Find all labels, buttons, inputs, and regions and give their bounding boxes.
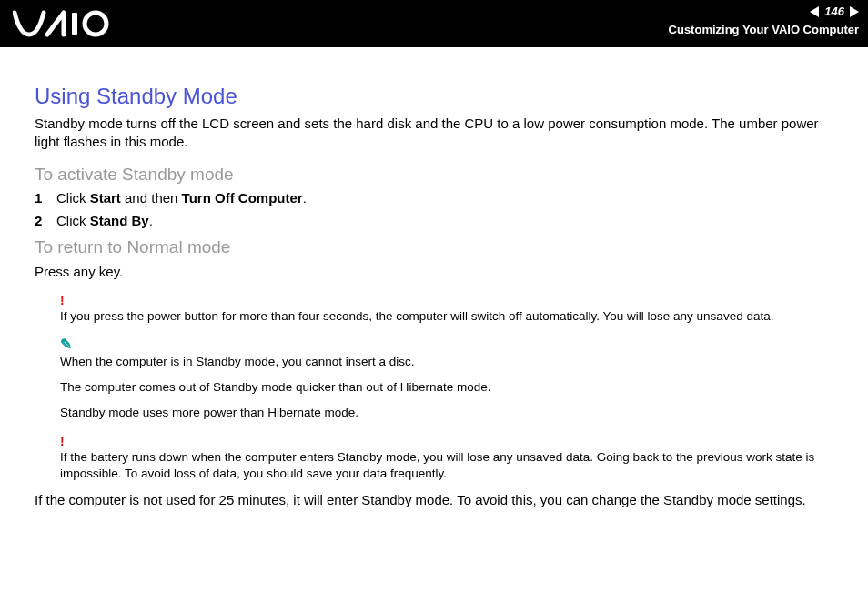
note-text: Standby mode uses more power than Hibern… bbox=[60, 405, 837, 421]
warning-text: If you press the power button for more t… bbox=[60, 308, 837, 325]
step-row: 1 Click Start and then Turn Off Computer… bbox=[35, 190, 837, 206]
step-number: 2 bbox=[35, 213, 56, 228]
warning-icon: ! bbox=[60, 435, 837, 447]
svg-point-1 bbox=[85, 13, 106, 35]
note-icon: ✎ bbox=[60, 337, 837, 352]
svg-rect-0 bbox=[72, 13, 77, 35]
page-number: 146 bbox=[824, 4, 844, 20]
return-text: Press any key. bbox=[35, 263, 837, 281]
page-content: Using Standby Mode Standby mode turns of… bbox=[0, 47, 868, 541]
activate-steps: 1 Click Start and then Turn Off Computer… bbox=[35, 190, 837, 228]
vaio-logo bbox=[13, 9, 122, 38]
note-text: The computer comes out of Standby mode q… bbox=[60, 379, 837, 396]
note-text: When the computer is in Standby mode, yo… bbox=[60, 354, 837, 370]
section-title: Customizing Your VAIO Computer bbox=[669, 22, 859, 38]
return-heading: To return to Normal mode bbox=[35, 237, 837, 257]
final-paragraph: If the computer is not used for 25 minut… bbox=[35, 491, 837, 509]
step-row: 2 Click Stand By. bbox=[35, 213, 837, 228]
warning-icon: ! bbox=[60, 294, 837, 306]
prev-page-icon[interactable] bbox=[810, 6, 819, 17]
header-bar: 146 Customizing Your VAIO Computer bbox=[0, 0, 868, 47]
activate-heading: To activate Standby mode bbox=[35, 165, 837, 185]
step-number: 1 bbox=[35, 190, 56, 206]
step-text: Click Stand By. bbox=[56, 213, 153, 228]
page-title: Using Standby Mode bbox=[35, 84, 837, 109]
page-navigation: 146 Customizing Your VAIO Computer bbox=[669, 4, 859, 38]
next-page-icon[interactable] bbox=[850, 6, 859, 17]
step-text: Click Start and then Turn Off Computer. bbox=[56, 190, 307, 206]
notes-block: ! If you press the power button for more… bbox=[60, 294, 837, 482]
intro-paragraph: Standby mode turns off the LCD screen an… bbox=[35, 115, 837, 152]
warning-text: If the battery runs down when the comput… bbox=[60, 449, 837, 482]
